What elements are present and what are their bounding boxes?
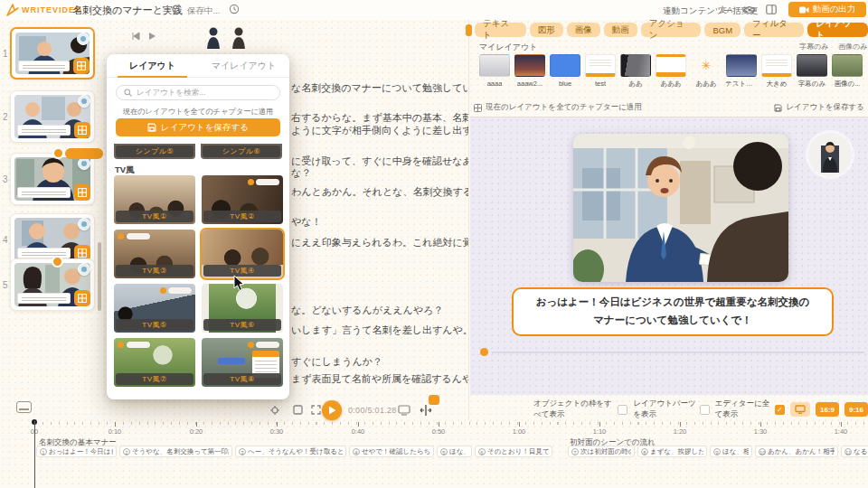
presenter-avatar[interactable] xyxy=(808,133,852,176)
popup-apply-all-label[interactable]: 現在のレイアウトを全てのチャプターに適用 xyxy=(107,107,289,117)
layout-preset[interactable]: blue xyxy=(550,54,580,96)
ratio-16-9-button[interactable]: 16:9 xyxy=(816,402,839,417)
tab-scroll-indicator[interactable] xyxy=(466,24,472,36)
chapter-card-5[interactable] xyxy=(10,258,95,311)
timeline-clip[interactable]: 1おっはよー！今日はビ... xyxy=(36,446,117,457)
timeline-clip[interactable]: 11なる... xyxy=(841,446,868,457)
script-line[interactable]: 右するからな。まず基本中の基本、名刺は xyxy=(291,111,468,125)
asset-tab-テキスト[interactable]: テキスト xyxy=(475,23,526,37)
layout-preset[interactable]: あああ xyxy=(691,54,722,96)
script-line[interactable]: やな！ xyxy=(291,215,322,229)
layout-preset[interactable]: test xyxy=(585,54,616,96)
chapter-card-2[interactable] xyxy=(10,90,95,143)
timeline-clip[interactable]: 10あかん、あかん！相手の名... xyxy=(755,446,838,457)
preview-progress-track[interactable] xyxy=(492,352,864,353)
layout-preset[interactable]: ああ xyxy=(620,54,651,96)
chapter-layout-button[interactable] xyxy=(73,58,90,74)
video-preview-image[interactable] xyxy=(573,134,788,282)
tv-layout-item[interactable]: TV風⑤ xyxy=(114,284,195,333)
chapter-list-scrollbar[interactable] xyxy=(98,242,101,311)
view-option-checkbox[interactable]: ✓ xyxy=(775,405,785,415)
layout-preset[interactable]: 字幕のみ xyxy=(797,54,827,96)
timeline-clip[interactable]: 2そうやな、名刺交換って第一印象めっ... xyxy=(119,446,232,457)
timeline-clip[interactable]: 7次は初対面の時の... xyxy=(568,446,635,457)
speaker1-avatar-icon[interactable] xyxy=(206,27,221,49)
ratio-9-16-button[interactable]: 9:16 xyxy=(844,402,868,417)
simple-layout-item[interactable]: シンプル⑤ xyxy=(114,144,195,159)
asset-tab-アクション[interactable]: アクション xyxy=(641,23,702,37)
play-small-icon[interactable] xyxy=(147,32,156,41)
screenshot-icon[interactable] xyxy=(398,405,410,416)
popup-save-layout-button[interactable]: レイアウトを保存する xyxy=(116,118,280,136)
tv-layout-item[interactable]: TV風① xyxy=(114,175,195,224)
fullscreen-icon[interactable] xyxy=(311,405,321,415)
script-line[interactable]: いします」言うて名刺を差し出すんや。丁 xyxy=(291,324,468,337)
timeline-clip[interactable]: 9ほな、相手... xyxy=(710,446,752,457)
timeline-clip[interactable]: 6そのとおり！目見て笑... xyxy=(475,446,552,457)
asset-tab-図形[interactable]: 図形 xyxy=(530,23,563,37)
script-line[interactable]: わんとあかん。それとな、名刺交換すると xyxy=(291,185,468,199)
chapter5-notification-dot[interactable] xyxy=(52,256,63,267)
refresh-icon[interactable] xyxy=(171,4,182,14)
save-layout-link[interactable]: レイアウトを保存する xyxy=(774,102,864,113)
layout-preset[interactable]: あああ xyxy=(656,54,686,96)
translate-icon[interactable]: 文A xyxy=(719,5,732,16)
chapter-card-1[interactable] xyxy=(10,27,95,80)
tv-layout-item[interactable]: TV風⑧ xyxy=(202,338,283,387)
trim-cursor-icon[interactable] xyxy=(420,405,432,416)
timeline-clip[interactable]: 5ほな、相... xyxy=(437,446,472,457)
script-line[interactable]: に受け取って、すぐに中身を確認せなあ xyxy=(291,155,468,168)
popup-tab-my-layout[interactable]: マイレイアウト xyxy=(198,54,289,77)
chapter-layout-button[interactable] xyxy=(74,184,90,201)
asset-tab-動画[interactable]: 動画 xyxy=(604,23,637,37)
timeline-clip[interactable]: 4せやで！確認したらちゃ... xyxy=(349,446,434,457)
apply-all-chapters[interactable]: 現在のレイアウトを全てのチャプターに適用 xyxy=(474,102,642,113)
timeline-clip[interactable]: 8まずな、挨拶した後... xyxy=(637,446,707,457)
speaker2-avatar-icon[interactable] xyxy=(231,27,246,49)
chapter3-notification-dot[interactable] xyxy=(52,147,64,159)
tv-layout-item[interactable]: TV風② xyxy=(202,175,283,224)
layout-search-input[interactable]: レイアウトを検索... xyxy=(116,85,280,100)
layout-preset[interactable]: テスト会社 xyxy=(726,54,757,96)
layout-preset[interactable]: aaaa xyxy=(479,54,510,96)
panel-toggle-icon[interactable] xyxy=(16,401,32,413)
export-video-button[interactable]: 動画の出力 xyxy=(788,2,866,17)
script-line[interactable]: まず表面見て名前や所属を確認するんや。 xyxy=(291,372,468,386)
script-line[interactable]: な名刺交換のマナーについて勉強していく xyxy=(291,81,468,95)
preview-progress-handle[interactable] xyxy=(480,348,488,356)
layout-preset[interactable]: 画像の... xyxy=(832,54,863,96)
screen-size-button[interactable] xyxy=(790,402,810,417)
popup-tab-layout[interactable]: レイアウト xyxy=(107,54,198,77)
script-line[interactable]: な。どないするんがええんやろ？ xyxy=(291,304,443,317)
timeline[interactable]: 000:100:200:300:400:501:001:101:201:301:… xyxy=(0,420,868,488)
timeline-clip[interactable]: 3へー、そうなんや！受け取るときも両... xyxy=(235,446,346,457)
asset-tab-レイアウト[interactable]: レイアウト xyxy=(807,23,868,37)
tv-layout-item[interactable]: TV風③ xyxy=(114,230,195,278)
subtitle-box[interactable]: おっはよー！今日はビジネスの世界で超重要な名刺交換のマナーについて勉強していくで… xyxy=(512,287,834,336)
simple-layout-item[interactable]: シンプル⑥ xyxy=(201,144,282,159)
chapter-layout-button[interactable] xyxy=(74,290,90,306)
view-option-checkbox[interactable] xyxy=(700,405,710,415)
settings-gear-icon[interactable] xyxy=(269,405,280,416)
layout-columns-icon[interactable] xyxy=(766,5,777,14)
script-line[interactable]: すぐにしまうんか？ xyxy=(291,355,382,369)
stop-icon[interactable] xyxy=(293,405,303,415)
play-button[interactable] xyxy=(322,400,342,420)
project-title[interactable]: 名刺交換のマナーと実践 xyxy=(72,4,183,17)
chapter-card-3[interactable] xyxy=(10,153,95,205)
asset-tab-フィルター[interactable]: フィルター xyxy=(744,23,804,37)
layout-preset[interactable]: 大きめ xyxy=(761,54,792,96)
tv-layout-item[interactable]: TV風④ xyxy=(202,230,283,278)
view-option-checkbox[interactable] xyxy=(618,405,627,415)
script-line[interactable]: にええ印象与えられるわ。これ絶対に覚え xyxy=(291,236,468,249)
layout-preset[interactable]: aaaw2... xyxy=(514,54,545,96)
tv-layout-item[interactable]: TV風⑦ xyxy=(114,338,195,387)
history-icon[interactable] xyxy=(229,4,240,14)
asset-tab-画像[interactable]: 画像 xyxy=(567,23,600,37)
visibility-icon[interactable] xyxy=(743,5,756,14)
asset-tab-BGM[interactable]: BGM xyxy=(704,23,741,37)
skip-back-icon[interactable] xyxy=(131,32,140,41)
script-line[interactable]: な？ xyxy=(291,166,311,180)
chapter-layout-button[interactable] xyxy=(74,122,90,138)
script-line[interactable]: ように文字が相手側向くように差し出すん xyxy=(291,124,468,137)
